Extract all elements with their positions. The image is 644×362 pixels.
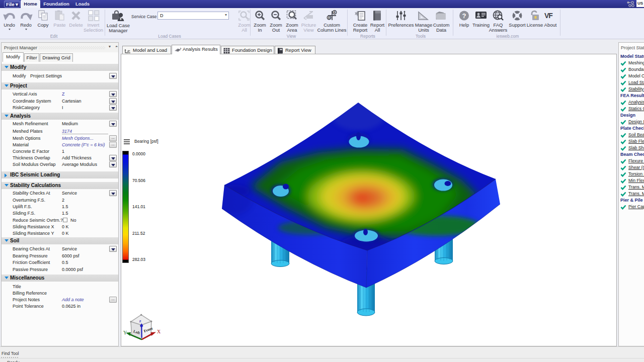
svg-text:X: X — [157, 329, 161, 334]
svg-text:D: D — [328, 16, 331, 20]
svg-text:?: ? — [462, 12, 466, 20]
svg-text:Z: Z — [139, 319, 141, 323]
svg-text:VF: VF — [544, 12, 553, 20]
svg-text:4: 4 — [334, 11, 336, 14]
svg-text:Y: Y — [123, 330, 127, 335]
